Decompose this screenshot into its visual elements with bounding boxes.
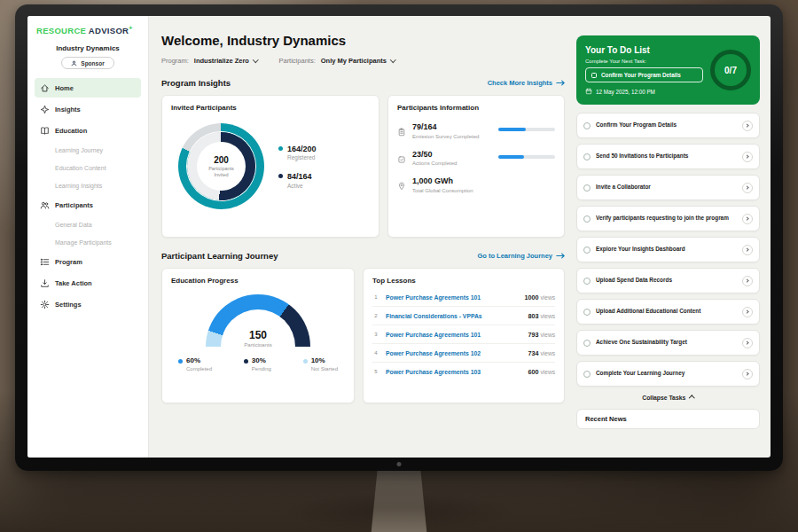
- logo-text-advisor: ADVISOR: [89, 26, 129, 35]
- lesson-link[interactable]: Financial Considerations - VPPAs: [386, 313, 522, 319]
- sidebar-item-label: Take Action: [55, 279, 92, 287]
- task-item[interactable]: Verify participants requesting to join t…: [576, 206, 760, 231]
- top-lessons-card: Top Lessons 1 Power Purchase Agreements …: [363, 268, 565, 403]
- task-item[interactable]: Confirm Your Program Details: [576, 113, 760, 138]
- sidebar-item-participants[interactable]: Participants: [35, 195, 141, 215]
- chevron-right-icon[interactable]: [742, 183, 753, 193]
- logo-plus: +: [129, 25, 132, 31]
- task-checkbox[interactable]: [583, 184, 591, 192]
- sponsor-badge[interactable]: Sponsor: [61, 57, 113, 69]
- program-insights-header: Program Insights Check More Insights: [161, 78, 565, 88]
- lesson-rank: 2: [372, 313, 379, 318]
- sidebar-item-education-content[interactable]: Education Content: [35, 160, 141, 176]
- next-task-box[interactable]: Confirm Your Program Details: [585, 67, 703, 82]
- donut-center-value: 200: [214, 155, 229, 165]
- task-item[interactable]: Achieve One Sustainability Target: [576, 330, 760, 356]
- lesson-views: 1000views: [525, 293, 556, 301]
- sidebar-nav: Home Insights Education Learning Journey: [35, 78, 141, 314]
- chevron-right-icon[interactable]: [742, 307, 753, 317]
- task-checkbox[interactable]: [583, 215, 591, 223]
- task-checkbox[interactable]: [583, 246, 591, 254]
- monitor-frame: RESOURCE ADVISOR+ Industry Dynamics Spon…: [15, 4, 783, 471]
- legend-item-pending: 30% Pending: [244, 356, 271, 372]
- task-label: Achieve One Sustainability Target: [596, 339, 737, 347]
- sidebar-item-general-data[interactable]: General Data: [35, 216, 141, 232]
- sidebar-item-settings[interactable]: Settings: [35, 294, 141, 314]
- task-checkbox[interactable]: [583, 371, 591, 378]
- recent-news-title: Recent News: [585, 415, 627, 423]
- sidebar-item-insights[interactable]: Insights: [35, 99, 141, 119]
- due-date-row: 12 May 2025, 12:00 PM: [585, 88, 703, 95]
- task-checkbox[interactable]: [583, 122, 591, 129]
- education-progress-card: Education Progress 150 Participants: [161, 268, 355, 403]
- lesson-link[interactable]: Power Purchase Agreements 101: [386, 294, 519, 301]
- sidebar-item-take-action[interactable]: Take Action: [35, 273, 141, 293]
- emission-progress-bar: [498, 128, 555, 131]
- legend-item-not-started: 10% Not Started: [303, 356, 338, 372]
- link-label: Check More Insights: [488, 79, 552, 87]
- task-item[interactable]: Invite a Collaborator: [576, 175, 760, 200]
- monitor-logo: [397, 462, 402, 466]
- collapse-tasks-link[interactable]: Collapse Tasks: [576, 395, 760, 401]
- task-item[interactable]: Upload Spend Data Records: [576, 268, 760, 293]
- check-more-insights-link[interactable]: Check More Insights: [488, 79, 565, 87]
- chevron-right-icon[interactable]: [742, 245, 753, 255]
- sidebar-item-manage-participants[interactable]: Manage Participants: [35, 234, 141, 250]
- sidebar-item-program[interactable]: Program: [35, 252, 141, 271]
- participants-icon: [40, 200, 50, 210]
- stat-emission-survey: 79/164 Emission Survey Completed: [397, 122, 555, 139]
- legend-value: 84/164: [287, 172, 312, 181]
- chevron-right-icon[interactable]: [742, 338, 753, 348]
- lesson-row: 3 Power Purchase Agreements 101 793views: [372, 325, 555, 344]
- task-item[interactable]: Upload Additional Educational Content: [576, 299, 760, 325]
- task-checkbox[interactable]: [583, 153, 591, 160]
- lesson-link[interactable]: Power Purchase Agreements 103: [386, 369, 522, 375]
- sidebar-item-home[interactable]: Home: [35, 78, 141, 98]
- next-task-label: Confirm Your Program Details: [601, 72, 681, 78]
- sidebar-item-education[interactable]: Education: [35, 121, 141, 140]
- lesson-rank: 4: [372, 350, 379, 356]
- task-checkbox[interactable]: [583, 278, 591, 285]
- chevron-right-icon[interactable]: [742, 276, 753, 286]
- gauge-legend: 60% Completed 30% Pending: [171, 356, 345, 372]
- participants-filter-dropdown[interactable]: Only My Participants: [321, 57, 395, 65]
- chevron-right-icon[interactable]: [742, 121, 753, 131]
- monitor-stand: [369, 471, 429, 532]
- lesson-views: 803views: [528, 312, 556, 320]
- sidebar-item-learning-insights[interactable]: Learning Insights: [35, 177, 141, 193]
- stat-label: Total Global Consumption: [412, 188, 492, 193]
- legend-item-completed: 60% Completed: [178, 356, 212, 372]
- lesson-row: 1 Power Purchase Agreements 101 1000view…: [372, 288, 555, 307]
- donut-center: 200 Participants Invited: [197, 142, 246, 191]
- chevron-right-icon[interactable]: [742, 214, 753, 224]
- lesson-rank: 5: [372, 369, 379, 374]
- todo-progress-value: 0/7: [724, 66, 737, 75]
- chevron-right-icon[interactable]: [742, 369, 753, 379]
- sidebar-item-label: General Data: [55, 222, 92, 228]
- task-checkbox[interactable]: [583, 340, 591, 347]
- stat-value: 23/50: [412, 150, 492, 159]
- recent-news-card[interactable]: Recent News: [576, 409, 760, 429]
- main-content: Welcome, Industry Dynamics Program: Indu…: [149, 16, 572, 458]
- page-title: Welcome, Industry Dynamics: [161, 33, 565, 48]
- insights-cards-row: Invited Participants 200 Participants In…: [161, 95, 565, 238]
- stat-value: 79/164: [412, 122, 492, 131]
- sidebar-item-label: Education Content: [55, 165, 106, 171]
- go-to-learning-journey-link[interactable]: Go to Learning Journey: [477, 252, 565, 260]
- program-filter-dropdown[interactable]: Industrialize Zero: [194, 57, 258, 65]
- legend-value: 30%: [252, 356, 266, 364]
- lessons-list: 1 Power Purchase Agreements 101 1000view…: [372, 288, 555, 380]
- lesson-link[interactable]: Power Purchase Agreements 101: [386, 332, 522, 338]
- chevron-right-icon[interactable]: [742, 152, 753, 162]
- task-item[interactable]: Send 50 Invitations to Participants: [576, 144, 760, 169]
- task-item[interactable]: Explore Your Insights Dashboard: [576, 237, 760, 262]
- arrow-right-icon: [556, 253, 565, 259]
- checkbox-icon[interactable]: [591, 73, 597, 78]
- sidebar-item-learning-journey[interactable]: Learning Journey: [35, 142, 141, 158]
- task-checkbox[interactable]: [583, 309, 591, 316]
- lesson-link[interactable]: Power Purchase Agreements 102: [386, 350, 522, 356]
- task-label: Verify participants requesting to join t…: [596, 215, 737, 223]
- logo-text-resource: RESOURCE: [36, 26, 86, 35]
- todo-summary-card: Your To Do List Complete Your Next Task:…: [576, 35, 760, 105]
- task-item[interactable]: Complete Your Learning Journey: [576, 361, 760, 387]
